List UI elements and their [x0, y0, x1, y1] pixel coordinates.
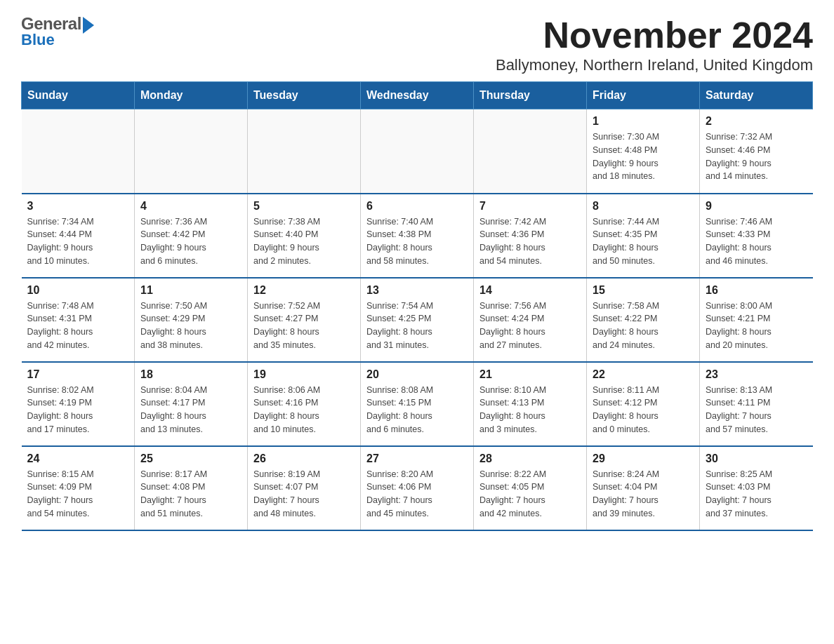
calendar-cell: 21Sunrise: 8:10 AMSunset: 4:13 PMDayligh… [474, 362, 587, 446]
day-number: 30 [706, 452, 807, 465]
day-info: Sunrise: 8:25 AMSunset: 4:03 PMDaylight:… [706, 468, 807, 521]
day-number: 29 [593, 452, 694, 465]
header-monday: Monday [135, 82, 248, 109]
day-info: Sunrise: 8:06 AMSunset: 4:16 PMDaylight:… [253, 384, 355, 436]
calendar-cell: 27Sunrise: 8:20 AMSunset: 4:06 PMDayligh… [361, 446, 474, 530]
day-info: Sunrise: 7:40 AMSunset: 4:38 PMDaylight:… [366, 215, 468, 268]
day-number: 22 [593, 368, 694, 381]
day-info: Sunrise: 8:11 AMSunset: 4:12 PMDaylight:… [593, 384, 694, 436]
day-number: 8 [593, 200, 694, 213]
day-number: 28 [479, 452, 581, 465]
day-number: 26 [253, 452, 355, 465]
calendar-cell: 26Sunrise: 8:19 AMSunset: 4:07 PMDayligh… [248, 446, 361, 530]
day-info: Sunrise: 7:38 AMSunset: 4:40 PMDaylight:… [253, 215, 355, 268]
calendar-cell: 25Sunrise: 8:17 AMSunset: 4:08 PMDayligh… [135, 446, 248, 530]
day-number: 3 [27, 200, 129, 213]
day-number: 7 [479, 200, 581, 213]
day-number: 2 [706, 115, 807, 128]
day-info: Sunrise: 8:17 AMSunset: 4:08 PMDaylight:… [140, 468, 241, 521]
day-number: 23 [706, 368, 807, 381]
day-number: 16 [706, 284, 807, 297]
week-row-4: 17Sunrise: 8:02 AMSunset: 4:19 PMDayligh… [22, 362, 813, 446]
calendar-cell: 16Sunrise: 8:00 AMSunset: 4:21 PMDayligh… [700, 278, 813, 362]
header-sunday: Sunday [22, 82, 135, 109]
day-number: 1 [593, 115, 694, 128]
day-number: 18 [140, 368, 241, 381]
page-subtitle: Ballymoney, Northern Ireland, United Kin… [496, 56, 813, 74]
day-info: Sunrise: 7:36 AMSunset: 4:42 PMDaylight:… [140, 215, 241, 268]
calendar-cell: 29Sunrise: 8:24 AMSunset: 4:04 PMDayligh… [587, 446, 700, 530]
day-info: Sunrise: 7:54 AMSunset: 4:25 PMDaylight:… [366, 300, 468, 352]
day-info: Sunrise: 7:30 AMSunset: 4:48 PMDaylight:… [593, 130, 694, 183]
day-info: Sunrise: 8:08 AMSunset: 4:15 PMDaylight:… [366, 384, 468, 436]
day-info: Sunrise: 7:44 AMSunset: 4:35 PMDaylight:… [593, 215, 694, 268]
calendar-cell [135, 109, 248, 194]
calendar-cell: 20Sunrise: 8:08 AMSunset: 4:15 PMDayligh… [361, 362, 474, 446]
week-row-3: 10Sunrise: 7:48 AMSunset: 4:31 PMDayligh… [22, 278, 813, 362]
calendar-cell: 14Sunrise: 7:56 AMSunset: 4:24 PMDayligh… [474, 278, 587, 362]
header-wednesday: Wednesday [361, 82, 474, 109]
calendar-cell: 3Sunrise: 7:34 AMSunset: 4:44 PMDaylight… [22, 194, 135, 278]
day-number: 21 [479, 368, 581, 381]
calendar-cell: 13Sunrise: 7:54 AMSunset: 4:25 PMDayligh… [361, 278, 474, 362]
day-info: Sunrise: 8:24 AMSunset: 4:04 PMDaylight:… [593, 468, 694, 521]
header-tuesday: Tuesday [248, 82, 361, 109]
page-header: General Blue November 2024 Ballymoney, N… [21, 14, 813, 74]
day-number: 9 [706, 200, 807, 213]
day-info: Sunrise: 8:19 AMSunset: 4:07 PMDaylight:… [253, 468, 355, 521]
week-row-2: 3Sunrise: 7:34 AMSunset: 4:44 PMDaylight… [22, 194, 813, 278]
day-info: Sunrise: 7:52 AMSunset: 4:27 PMDaylight:… [253, 300, 355, 352]
header-thursday: Thursday [474, 82, 587, 109]
calendar-cell: 6Sunrise: 7:40 AMSunset: 4:38 PMDaylight… [361, 194, 474, 278]
calendar-cell: 12Sunrise: 7:52 AMSunset: 4:27 PMDayligh… [248, 278, 361, 362]
day-info: Sunrise: 7:58 AMSunset: 4:22 PMDaylight:… [593, 300, 694, 352]
calendar-header-row: SundayMondayTuesdayWednesdayThursdayFrid… [22, 82, 813, 109]
calendar-cell: 30Sunrise: 8:25 AMSunset: 4:03 PMDayligh… [700, 446, 813, 530]
day-number: 15 [593, 284, 694, 297]
calendar-cell [248, 109, 361, 194]
calendar-cell: 8Sunrise: 7:44 AMSunset: 4:35 PMDaylight… [587, 194, 700, 278]
header-friday: Friday [587, 82, 700, 109]
calendar-cell: 23Sunrise: 8:13 AMSunset: 4:11 PMDayligh… [700, 362, 813, 446]
logo: General Blue [21, 14, 94, 49]
day-info: Sunrise: 7:48 AMSunset: 4:31 PMDaylight:… [27, 300, 129, 352]
day-info: Sunrise: 8:15 AMSunset: 4:09 PMDaylight:… [27, 468, 129, 521]
day-info: Sunrise: 8:13 AMSunset: 4:11 PMDaylight:… [706, 384, 807, 436]
calendar-cell: 9Sunrise: 7:46 AMSunset: 4:33 PMDaylight… [700, 194, 813, 278]
calendar-cell: 18Sunrise: 8:04 AMSunset: 4:17 PMDayligh… [135, 362, 248, 446]
week-row-1: 1Sunrise: 7:30 AMSunset: 4:48 PMDaylight… [22, 109, 813, 194]
week-row-5: 24Sunrise: 8:15 AMSunset: 4:09 PMDayligh… [22, 446, 813, 530]
calendar-cell: 22Sunrise: 8:11 AMSunset: 4:12 PMDayligh… [587, 362, 700, 446]
logo-arrow-icon [83, 17, 94, 34]
calendar-cell: 7Sunrise: 7:42 AMSunset: 4:36 PMDaylight… [474, 194, 587, 278]
day-number: 17 [27, 368, 129, 381]
day-info: Sunrise: 7:32 AMSunset: 4:46 PMDaylight:… [706, 130, 807, 183]
day-info: Sunrise: 8:04 AMSunset: 4:17 PMDaylight:… [140, 384, 241, 436]
day-info: Sunrise: 7:50 AMSunset: 4:29 PMDaylight:… [140, 300, 241, 352]
day-info: Sunrise: 7:34 AMSunset: 4:44 PMDaylight:… [27, 215, 129, 268]
day-number: 12 [253, 284, 355, 297]
calendar-cell: 28Sunrise: 8:22 AMSunset: 4:05 PMDayligh… [474, 446, 587, 530]
header-saturday: Saturday [700, 82, 813, 109]
calendar-cell [22, 109, 135, 194]
page-title: November 2024 [496, 14, 813, 56]
day-info: Sunrise: 7:46 AMSunset: 4:33 PMDaylight:… [706, 215, 807, 268]
calendar-cell [474, 109, 587, 194]
day-info: Sunrise: 8:00 AMSunset: 4:21 PMDaylight:… [706, 300, 807, 352]
day-number: 4 [140, 200, 241, 213]
calendar-cell: 15Sunrise: 7:58 AMSunset: 4:22 PMDayligh… [587, 278, 700, 362]
day-number: 25 [140, 452, 241, 465]
day-number: 20 [366, 368, 468, 381]
day-number: 14 [479, 284, 581, 297]
day-info: Sunrise: 8:02 AMSunset: 4:19 PMDaylight:… [27, 384, 129, 436]
day-info: Sunrise: 8:10 AMSunset: 4:13 PMDaylight:… [479, 384, 581, 436]
calendar-cell: 19Sunrise: 8:06 AMSunset: 4:16 PMDayligh… [248, 362, 361, 446]
calendar-cell: 1Sunrise: 7:30 AMSunset: 4:48 PMDaylight… [587, 109, 700, 194]
day-number: 5 [253, 200, 355, 213]
calendar-cell: 11Sunrise: 7:50 AMSunset: 4:29 PMDayligh… [135, 278, 248, 362]
day-info: Sunrise: 8:22 AMSunset: 4:05 PMDaylight:… [479, 468, 581, 521]
calendar-cell [361, 109, 474, 194]
day-number: 11 [140, 284, 241, 297]
calendar-table: SundayMondayTuesdayWednesdayThursdayFrid… [21, 81, 813, 531]
day-number: 6 [366, 200, 468, 213]
